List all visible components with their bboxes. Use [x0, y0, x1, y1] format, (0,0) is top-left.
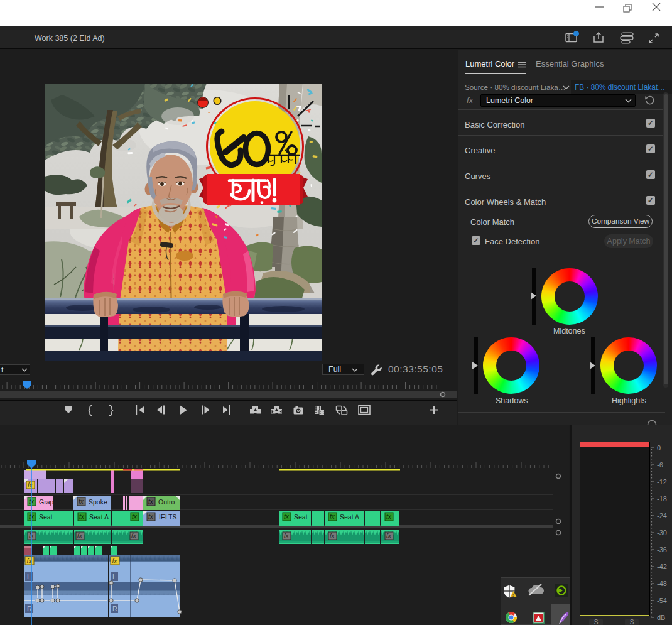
svg-text:Seat A: Seat A [340, 513, 359, 521]
svg-text:fx: fx [112, 558, 118, 565]
svg-text:-24: -24 [657, 512, 667, 519]
svg-text:fx: fx [148, 513, 154, 520]
svg-text:fx: fx [79, 498, 84, 505]
svg-text:-12: -12 [657, 478, 667, 486]
svg-text:-54: -54 [657, 597, 667, 604]
svg-text:fx: fx [28, 482, 33, 489]
svg-text:0: 0 [657, 444, 661, 452]
svg-text:L: L [27, 573, 31, 580]
svg-text:fx: fx [284, 532, 290, 539]
svg-text:fx: fx [386, 513, 392, 520]
svg-text:L: L [112, 573, 116, 580]
svg-text:fx: fx [131, 532, 137, 539]
svg-text:fx: fx [284, 513, 290, 520]
svg-text:-36: -36 [657, 546, 667, 553]
svg-text:IELTS: IELTS [159, 513, 176, 521]
svg-text:fx: fx [330, 513, 335, 520]
svg-text:R: R [112, 605, 117, 612]
svg-text:Seat: Seat [294, 513, 308, 521]
svg-text:fx: fx [79, 513, 85, 520]
svg-text:fx: fx [77, 532, 83, 539]
svg-text:fx: fx [148, 498, 154, 505]
svg-text:-6: -6 [657, 461, 663, 469]
svg-text:Outro: Outro [158, 498, 175, 506]
svg-text:fx: fx [330, 532, 335, 539]
svg-text:-18: -18 [657, 495, 667, 503]
svg-text:dB: dB [657, 614, 665, 621]
svg-text:fx: fx [132, 513, 138, 520]
svg-text:-42: -42 [657, 563, 667, 570]
svg-text:-48: -48 [657, 580, 667, 587]
svg-text:-30: -30 [657, 529, 667, 536]
svg-text:fx: fx [386, 532, 392, 539]
svg-text:Spoke: Spoke [89, 498, 107, 506]
svg-text:Grap: Grap [39, 498, 54, 506]
svg-text:!: ! [512, 592, 514, 598]
svg-text:Seat: Seat [39, 513, 53, 521]
svg-text:Seat A: Seat A [89, 513, 109, 521]
